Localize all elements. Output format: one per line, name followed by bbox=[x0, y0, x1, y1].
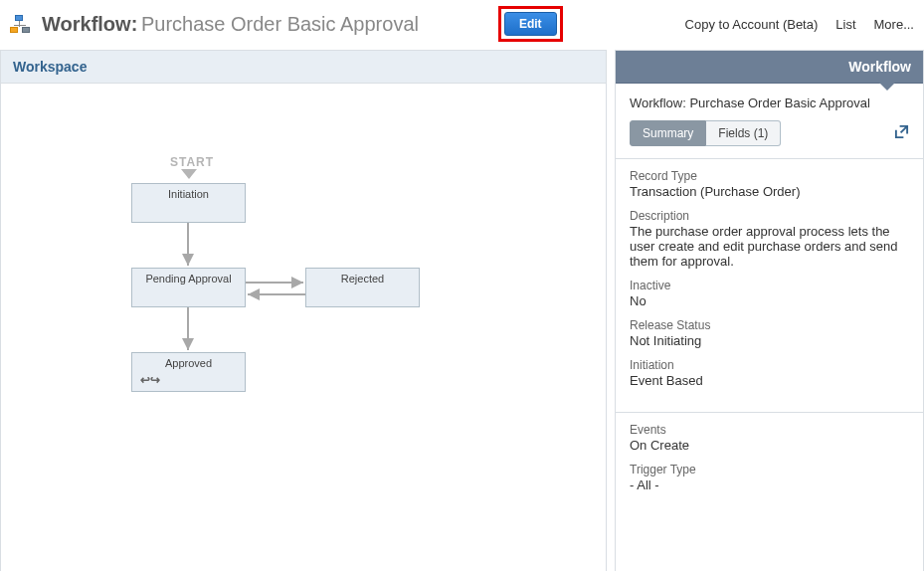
tab-fields[interactable]: Fields (1) bbox=[706, 120, 781, 146]
header-right: Copy to Account (Beta) List More... bbox=[685, 17, 914, 32]
edit-highlight: Edit bbox=[498, 6, 563, 42]
workspace-title: Workspace bbox=[1, 51, 606, 84]
page-header: Workflow: Purchase Order Basic Approval … bbox=[0, 0, 924, 50]
inactive-value: No bbox=[630, 293, 909, 308]
section-main: Record Type Transaction (Purchase Order)… bbox=[630, 159, 909, 400]
workflow-canvas[interactable]: START Initiation Pending Approval Reject… bbox=[1, 84, 606, 571]
release-status-value: Not Initiating bbox=[630, 333, 909, 348]
workflow-name-prefix: Workflow: bbox=[630, 95, 686, 110]
tab-summary[interactable]: Summary bbox=[630, 120, 706, 146]
side-panel: Workflow Workflow: Purchase Order Basic … bbox=[615, 50, 924, 571]
description-value: The purchase order approval process lets… bbox=[630, 224, 909, 269]
node-label: Initiation bbox=[168, 188, 209, 200]
node-approved[interactable]: Approved ↩↪ bbox=[131, 352, 246, 392]
workflow-name-row: Workflow: Purchase Order Basic Approval bbox=[630, 95, 909, 110]
workflow-icon bbox=[10, 15, 32, 33]
start-label: START bbox=[170, 155, 214, 169]
page-title: Workflow: Purchase Order Basic Approval bbox=[42, 13, 419, 36]
description-label: Description bbox=[630, 209, 909, 223]
node-initiation[interactable]: Initiation bbox=[131, 183, 246, 223]
connectors bbox=[1, 84, 606, 571]
events-label: Events bbox=[630, 423, 909, 437]
start-arrow-icon bbox=[181, 169, 197, 179]
trigger-type-label: Trigger Type bbox=[630, 463, 909, 476]
list-link[interactable]: List bbox=[835, 17, 855, 32]
side-panel-body: Workflow: Purchase Order Basic Approval … bbox=[616, 84, 923, 516]
tabs-row: Summary Fields (1) bbox=[630, 120, 909, 146]
node-label: Approved bbox=[165, 357, 212, 369]
section-initiation: Events On Create Trigger Type - All - bbox=[630, 413, 909, 504]
more-link[interactable]: More... bbox=[874, 17, 914, 32]
events-value: On Create bbox=[630, 438, 909, 453]
node-rejected[interactable]: Rejected bbox=[305, 268, 420, 307]
record-type-label: Record Type bbox=[630, 169, 909, 183]
initiation-label: Initiation bbox=[630, 358, 909, 372]
node-label: Pending Approval bbox=[145, 273, 231, 285]
header-left: Workflow: Purchase Order Basic Approval … bbox=[10, 6, 685, 42]
side-panel-header: Workflow bbox=[616, 51, 923, 84]
trigger-type-value: - All - bbox=[630, 477, 909, 492]
loop-icon: ↩↪ bbox=[140, 373, 160, 387]
copy-to-account-link[interactable]: Copy to Account (Beta) bbox=[685, 17, 819, 32]
main-area: Workspace START Initiation Pending Appro… bbox=[0, 50, 924, 571]
record-type-value: Transaction (Purchase Order) bbox=[630, 184, 909, 199]
workflow-name-value: Purchase Order Basic Approval bbox=[689, 95, 869, 110]
workspace-panel: Workspace START Initiation Pending Appro… bbox=[0, 50, 607, 571]
edit-button[interactable]: Edit bbox=[504, 12, 557, 36]
page-title-name: Purchase Order Basic Approval bbox=[141, 13, 419, 35]
initiation-value: Event Based bbox=[630, 373, 909, 388]
node-pending-approval[interactable]: Pending Approval bbox=[131, 268, 246, 307]
inactive-label: Inactive bbox=[630, 279, 909, 292]
release-status-label: Release Status bbox=[630, 318, 909, 332]
popout-icon[interactable] bbox=[894, 124, 909, 142]
node-label: Rejected bbox=[341, 273, 384, 285]
page-title-label: Workflow: bbox=[42, 13, 137, 35]
